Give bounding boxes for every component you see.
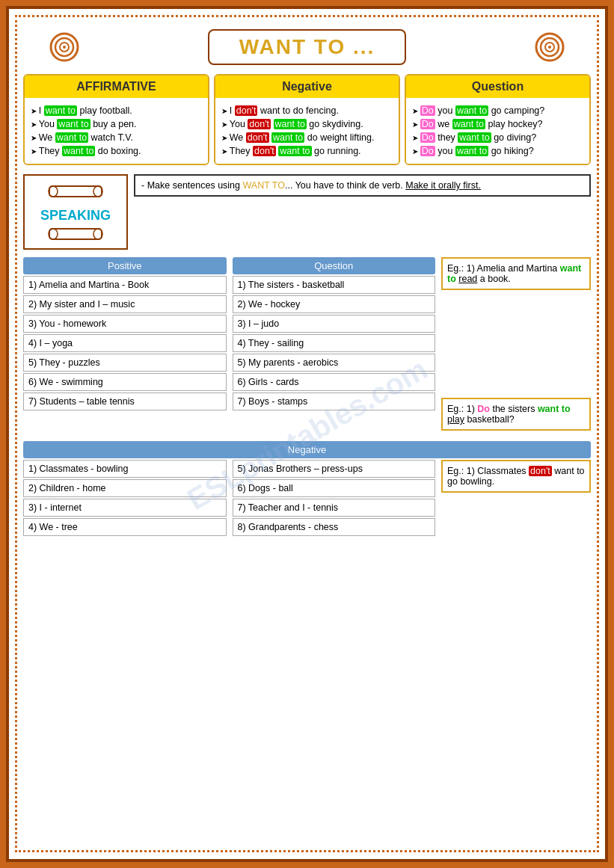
list-item: 3) I - internet xyxy=(23,499,227,517)
example-box-1: Eg.: 1) Amelia and Martina want to read … xyxy=(441,257,591,290)
question-col: Question Do you want to go camping? Do w… xyxy=(405,74,591,165)
spiral-left-icon xyxy=(46,28,83,66)
question-body: Do you want to go camping? Do we want to… xyxy=(406,98,589,164)
example3-dont: don't xyxy=(529,466,552,476)
list-item: They want to do boxing. xyxy=(31,144,202,158)
negative-col: Negative I don't want to do fencing. You… xyxy=(214,74,400,165)
list-item: 3) I – judo xyxy=(233,315,436,333)
list-item: You don't want to go skydiving. xyxy=(221,117,393,131)
want-to-ref: WANT TO xyxy=(243,180,286,191)
speaking-icon-area xyxy=(32,180,119,205)
affirmative-header: AFFIRMATIVE xyxy=(25,76,208,98)
question-practice-col: Question 1) The sisters - basketball 2) … xyxy=(233,257,436,437)
affirmative-col: AFFIRMATIVE I want to play football. You… xyxy=(23,74,209,165)
list-item: 1) Amelia and Martina - Book xyxy=(23,276,227,294)
list-item: We don't want to do weight lifting. xyxy=(221,131,393,144)
list-item: 5) My parents - aerobics xyxy=(233,354,436,372)
list-item: 7) Students – table tennis xyxy=(23,393,227,410)
list-item: Do we want to play hockey? xyxy=(412,117,583,131)
speaking-title: SPEAKING xyxy=(40,208,111,223)
page-title: WANT TO ... xyxy=(239,35,375,58)
list-item: Do you want to go camping? xyxy=(412,104,583,117)
svg-point-7 xyxy=(548,46,551,49)
list-item: 2) We - hockey xyxy=(233,295,436,313)
list-item: 4) I – yoga xyxy=(23,334,227,352)
positive-col: Positive 1) Amelia and Martina - Book 2)… xyxy=(23,257,227,437)
positive-header: Positive xyxy=(23,257,227,274)
list-item: 2) My sister and I – music xyxy=(23,295,227,313)
example2-middle: the sisters xyxy=(490,404,538,414)
list-item: Do you want to go hiking? xyxy=(412,144,583,158)
example2-suffix: basketball? xyxy=(464,414,515,425)
svg-point-3 xyxy=(63,46,66,49)
neg-left-col: 1) Classmates - bowling 2) Children - ho… xyxy=(23,460,227,538)
grammar-section: AFFIRMATIVE I want to play football. You… xyxy=(23,74,591,165)
example2-play: play xyxy=(447,414,464,425)
neg-right-col: 5) Jonas Brothers – press-ups 6) Dogs - … xyxy=(233,460,436,538)
example-box-3: Eg.: 1) Classmates don't want to go bowl… xyxy=(441,460,591,493)
dots-border: WANT TO ... AFFIRMATIVE I want to play f… xyxy=(15,15,599,852)
speaking-section: SPEAKING - Make sentences using WANT TO.… xyxy=(23,174,591,250)
spiral-right-icon xyxy=(531,28,568,66)
example1-prefix: Eg.: 1) Amelia and Martina xyxy=(447,263,560,274)
list-item: 4) We - tree xyxy=(23,518,227,536)
list-item: I want to play football. xyxy=(31,104,202,117)
example3-prefix: Eg.: 1) Classmates xyxy=(447,466,529,476)
negative-practice-header: Negative xyxy=(23,441,591,458)
list-item: 7) Teacher and I - tennis xyxy=(233,499,436,517)
example2-do: Do xyxy=(477,404,490,414)
list-item: Do they want to go diving? xyxy=(412,131,583,144)
neg-grid: 1) Classmates - bowling 2) Children - ho… xyxy=(23,460,591,538)
outer-border: WANT TO ... AFFIRMATIVE I want to play f… xyxy=(6,6,608,862)
instruction-underline: Make it orally first. xyxy=(405,180,481,191)
list-item: 6) Girls - cards xyxy=(233,373,436,391)
title-area: WANT TO ... xyxy=(23,29,591,65)
example2-want: want to xyxy=(538,404,571,414)
example1-suffix: a book. xyxy=(477,274,510,284)
list-item: 1) The sisters - basketball xyxy=(233,276,436,294)
list-item: 6) We - swimming xyxy=(23,373,227,391)
list-item: I don't want to do fencing. xyxy=(221,104,393,117)
list-item: They don't want to go running. xyxy=(221,144,393,158)
list-item: 6) Dogs - ball xyxy=(233,479,436,497)
speaking-label: SPEAKING xyxy=(23,174,128,250)
question-header: Question xyxy=(406,76,589,98)
negative-section: Negative 1) Classmates - bowling 2) Chil… xyxy=(23,441,591,538)
negative-body: I don't want to do fencing. You don't wa… xyxy=(215,98,399,164)
list-item: You want to buy a pen. xyxy=(31,117,202,131)
list-item: 1) Classmates - bowling xyxy=(23,460,227,478)
affirmative-body: I want to play football. You want to buy… xyxy=(25,98,208,164)
neg-example-col: Eg.: 1) Classmates don't want to go bowl… xyxy=(441,460,591,538)
practice-positive-section: Positive 1) Amelia and Martina - Book 2)… xyxy=(23,257,591,437)
list-item: 8) Grandparents - chess xyxy=(233,518,436,536)
list-item: 2) Children - home xyxy=(23,479,227,497)
list-item: We want to watch T.V. xyxy=(31,131,202,144)
example1-read: read xyxy=(458,274,477,284)
speaking-instruction: - Make sentences using WANT TO... You ha… xyxy=(134,174,591,197)
list-item: 4) They - sailing xyxy=(233,334,436,352)
question-practice-header: Question xyxy=(233,257,436,274)
list-item: 5) Jonas Brothers – press-ups xyxy=(233,460,436,478)
list-item: 5) They - puzzles xyxy=(23,354,227,372)
example2-eg: Eg.: 1) xyxy=(447,404,477,414)
list-item: 7) Boys - stamps xyxy=(233,393,436,410)
title-box: WANT TO ... xyxy=(208,29,407,65)
scroll-bottom-icon xyxy=(46,227,105,241)
negative-header: Negative xyxy=(215,76,399,98)
right-examples-col: Eg.: 1) Amelia and Martina want to read … xyxy=(441,257,591,437)
list-item: 3) You - homework xyxy=(23,315,227,333)
scroll-icon xyxy=(46,180,105,203)
example-box-2: Eg.: 1) Do the sisters want to play bask… xyxy=(441,398,591,431)
